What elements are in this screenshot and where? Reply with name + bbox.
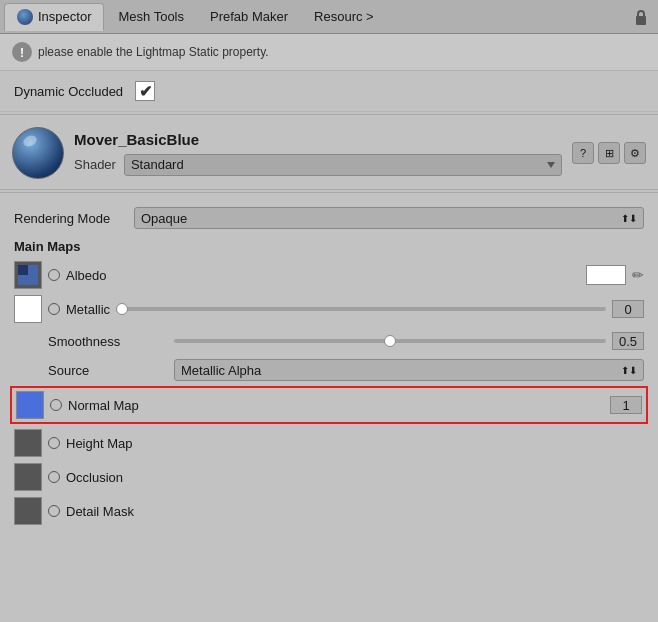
source-label: Source [48,363,168,378]
warning-icon: ! [12,42,32,62]
smoothness-label: Smoothness [48,334,168,349]
tab-prefab-maker-label: Prefab Maker [210,9,288,24]
svg-rect-4 [18,265,28,275]
material-info: Mover_BasicBlue Shader Standard [74,131,562,176]
settings-button[interactable]: ⚙ [624,142,646,164]
smoothness-slider-container: 0.5 [174,332,644,350]
occlusion-circle-icon [48,471,60,483]
smoothness-slider-thumb [384,335,396,347]
material-actions: ? ⊞ ⚙ [572,142,646,164]
tab-inspector-label: Inspector [38,9,91,24]
separator-1 [0,114,658,115]
material-name: Mover_BasicBlue [74,131,562,148]
detail-mask-label: Detail Mask [66,504,134,519]
dynamic-occluded-checkbox[interactable]: ✔ [135,81,155,101]
metallic-circle-icon [48,303,60,315]
albedo-row: Albedo ✏ [0,258,658,292]
svg-rect-0 [636,16,646,25]
shader-dropdown[interactable]: Standard [124,154,562,176]
pencil-icon[interactable]: ✏ [632,267,644,283]
height-map-circle-icon [48,437,60,449]
metallic-slider-thumb [116,303,128,315]
layout-button[interactable]: ⊞ [598,142,620,164]
source-dropdown-arrow-icon: ⬆⬇ [621,365,637,376]
smoothness-value[interactable]: 0.5 [612,332,644,350]
height-map-thumbnail [14,429,42,457]
occlusion-thumbnail [14,463,42,491]
settings-icon: ⚙ [630,147,640,160]
height-map-row: Height Map [0,426,658,460]
metallic-slider[interactable] [116,307,606,311]
tab-mesh-tools[interactable]: Mesh Tools [106,3,196,31]
tab-inspector[interactable]: Inspector [4,3,104,31]
metallic-row: Metallic 0 [0,292,658,326]
source-row: Source Metallic Alpha ⬆⬇ [0,356,658,384]
height-map-label: Height Map [66,436,132,451]
tab-resource[interactable]: Resourc > [302,3,386,31]
rendering-mode-label: Rendering Mode [14,211,134,226]
normal-map-value[interactable]: 1 [610,396,642,414]
svg-text:!: ! [20,46,24,60]
material-header: Mover_BasicBlue Shader Standard ? ⊞ ⚙ [0,117,658,190]
dynamic-occluded-label: Dynamic Occluded [14,84,123,99]
tab-resource-label: Resourc > [314,9,374,24]
detail-mask-circle-icon [48,505,60,517]
albedo-label: Albedo [66,268,106,283]
dynamic-occluded-row: Dynamic Occluded ✔ [0,71,658,112]
properties-section: Rendering Mode Opaque ⬆⬇ Main Maps Albed… [0,195,658,536]
rendering-mode-row: Rendering Mode Opaque ⬆⬇ [0,203,658,233]
source-dropdown-value: Metallic Alpha [181,363,261,378]
tab-mesh-tools-label: Mesh Tools [118,9,184,24]
albedo-thumbnail [14,261,42,289]
albedo-color-swatch[interactable] [586,265,626,285]
normal-map-thumbnail [16,391,44,419]
smoothness-row: Smoothness 0.5 [0,326,658,356]
rendering-mode-value: Opaque ⬆⬇ [134,207,644,229]
normal-map-label: Normal Map [68,398,139,413]
smoothness-slider[interactable] [174,339,606,343]
lock-icon[interactable] [628,9,654,25]
metallic-label: Metallic [66,302,110,317]
help-icon: ? [580,147,586,159]
albedo-circle-icon [48,269,60,281]
tab-prefab-maker[interactable]: Prefab Maker [198,3,300,31]
detail-mask-thumbnail [14,497,42,525]
metallic-value[interactable]: 0 [612,300,644,318]
normal-map-row: Normal Map 1 [10,386,648,424]
source-dropdown[interactable]: Metallic Alpha ⬆⬇ [174,359,644,381]
help-button[interactable]: ? [572,142,594,164]
shader-value: Standard [131,157,184,172]
layout-icon: ⊞ [605,147,614,160]
normal-map-circle-icon [50,399,62,411]
shader-label: Shader [74,157,116,172]
material-preview-sphere [12,127,64,179]
separator-2 [0,192,658,193]
rendering-mode-dropdown[interactable]: Opaque ⬆⬇ [134,207,644,229]
main-maps-section-label: Main Maps [0,233,658,258]
rendering-mode-dropdown-arrow-icon: ⬆⬇ [621,213,637,224]
occlusion-label: Occlusion [66,470,123,485]
shader-row: Shader Standard [74,154,562,176]
metallic-slider-container: 0 [116,300,644,318]
warning-banner: ! please enable the Lightmap Static prop… [0,34,658,71]
warning-text: please enable the Lightmap Static proper… [38,45,269,59]
rendering-mode-dropdown-value: Opaque [141,211,187,226]
inspector-sphere-icon [17,9,33,25]
occlusion-row: Occlusion [0,460,658,494]
checkmark-icon: ✔ [139,82,152,101]
detail-mask-row: Detail Mask [0,494,658,528]
metallic-thumbnail [14,295,42,323]
tab-bar: Inspector Mesh Tools Prefab Maker Resour… [0,0,658,34]
shader-dropdown-arrow-icon [547,162,555,168]
